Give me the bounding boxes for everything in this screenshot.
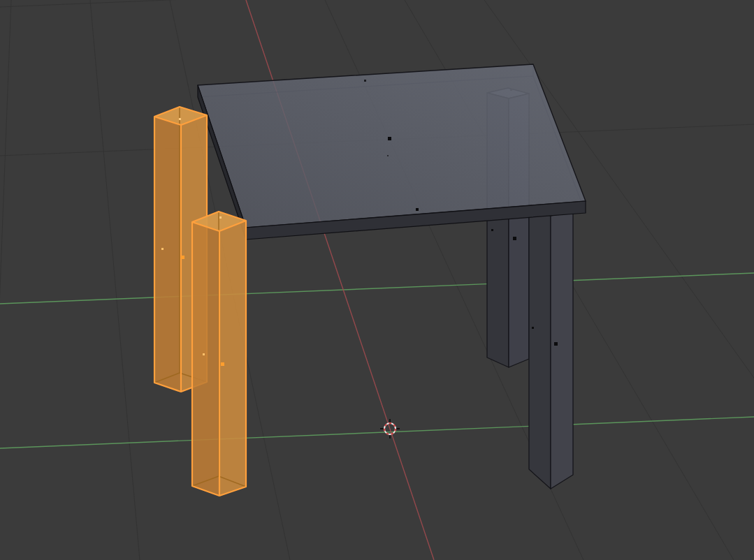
vertex-dot: [364, 80, 366, 82]
leg-front-left-right-face[interactable]: [219, 221, 246, 496]
origin-dot: [513, 237, 516, 240]
viewport-canvas[interactable]: [0, 0, 754, 560]
viewport[interactable]: [0, 0, 754, 560]
leg-front-right-right-face[interactable]: [551, 211, 573, 489]
leg-front-left-object[interactable]: [192, 212, 246, 496]
vertex-dot: [203, 353, 205, 355]
table-top-face[interactable]: [198, 64, 586, 228]
origin-dot: [181, 256, 184, 259]
origin-dot: [554, 342, 558, 346]
leg-front-right-object[interactable]: [529, 205, 573, 489]
origin-dot: [221, 362, 224, 366]
vertex-dot: [179, 118, 181, 120]
vertex-dot: [161, 248, 164, 250]
vertex-dot: [219, 216, 222, 219]
leg-front-left-left-face[interactable]: [192, 222, 219, 496]
vertex-dot: [416, 208, 419, 211]
leg-front-right-left-face[interactable]: [529, 210, 551, 489]
leg-back-left-left-face[interactable]: [154, 117, 181, 392]
origin-dot: [388, 137, 391, 140]
vertex-dot: [491, 229, 493, 231]
vertex-dot: [532, 327, 534, 329]
table-top-object[interactable]: [198, 64, 586, 240]
vertex-dot: [387, 155, 389, 156]
